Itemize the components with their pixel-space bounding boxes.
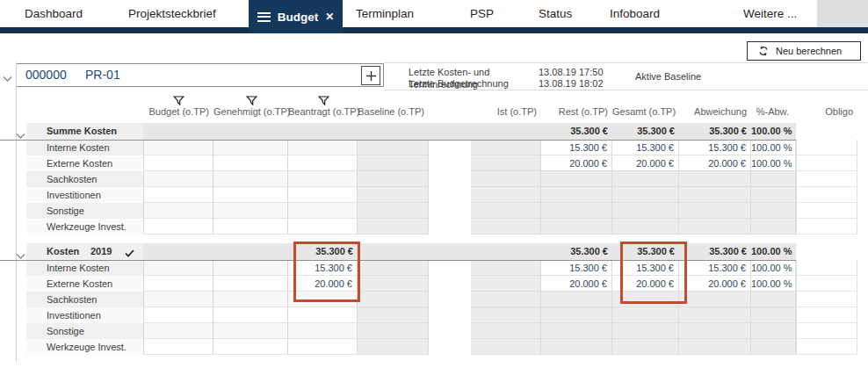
table-row[interactable]: Externe Kosten20.000 €20.000 €20.000 €10… bbox=[26, 155, 857, 171]
tab-terminplan[interactable]: Terminplan bbox=[356, 0, 414, 27]
section-total-cell bbox=[358, 243, 429, 260]
cell-abweichung bbox=[679, 323, 751, 339]
cell-ist bbox=[471, 140, 541, 155]
add-button[interactable] bbox=[361, 66, 380, 85]
section-divider bbox=[0, 260, 796, 261]
table-row[interactable]: Investitionen bbox=[26, 307, 857, 323]
section-total-cell bbox=[429, 243, 471, 260]
cell-rest bbox=[541, 323, 612, 339]
cell-beantragt[interactable] bbox=[288, 155, 358, 171]
cell-genehmigt[interactable] bbox=[213, 307, 288, 323]
cell-budget[interactable] bbox=[143, 276, 213, 292]
cell-genehmigt[interactable] bbox=[213, 276, 288, 292]
section-header-row[interactable]: Kosten201935.300 €35.300 €35.300 €35.300… bbox=[26, 243, 857, 260]
cell-beantragt[interactable] bbox=[288, 171, 358, 187]
cell-budget[interactable] bbox=[143, 155, 213, 171]
tab-infoboard[interactable]: Infoboard bbox=[610, 0, 660, 27]
cell-gesamt bbox=[612, 203, 679, 219]
cell-genehmigt[interactable] bbox=[213, 292, 288, 307]
active-baseline-status: Aktive Baseline bbox=[635, 71, 701, 82]
cell-genehmigt[interactable] bbox=[213, 219, 288, 235]
cell-budget[interactable] bbox=[143, 292, 213, 307]
cell-genehmigt[interactable] bbox=[213, 171, 288, 187]
cell-rest bbox=[541, 307, 612, 323]
cell-abweichung: 15.300 € bbox=[679, 260, 751, 276]
table-row[interactable]: Werkzeuge Invest. bbox=[26, 219, 857, 235]
table-row[interactable]: Interne Kosten15.300 €15.300 €15.300 €10… bbox=[26, 140, 857, 155]
project-header[interactable]: 000000 PR-01 bbox=[16, 63, 384, 87]
column-gap bbox=[429, 307, 471, 323]
cell-genehmigt[interactable] bbox=[213, 155, 288, 171]
cell-genehmigt[interactable] bbox=[213, 323, 288, 339]
refresh-icon bbox=[757, 45, 770, 57]
tab-projektsteckbrief[interactable]: Projektsteckbrief bbox=[128, 0, 216, 27]
row-label: Sachkosten bbox=[26, 292, 143, 307]
section-total-cell: 100.00 % bbox=[751, 243, 796, 260]
table-row[interactable]: Interne Kosten15.300 €15.300 €15.300 €15… bbox=[26, 260, 857, 276]
cell-genehmigt[interactable] bbox=[213, 187, 288, 203]
table-row[interactable]: Investitionen bbox=[26, 187, 857, 203]
row-label: Sachkosten bbox=[26, 171, 143, 187]
close-tab-icon[interactable]: ✕ bbox=[325, 11, 334, 23]
cell-ist bbox=[471, 203, 541, 219]
section-header-row[interactable]: Summe Kosten35.300 €35.300 €35.300 €100.… bbox=[26, 123, 857, 140]
cell-budget[interactable] bbox=[143, 187, 213, 203]
table-row[interactable]: Externe Kosten20.000 €20.000 €20.000 €20… bbox=[26, 276, 857, 292]
cell-genehmigt[interactable] bbox=[213, 339, 288, 355]
budget-app-window: Dashboard Projektsteckbrief Budget ✕ Ter… bbox=[0, 0, 868, 368]
tab-psp[interactable]: PSP bbox=[470, 0, 494, 27]
section-chevron-down-icon[interactable] bbox=[16, 248, 25, 263]
section-total-cell bbox=[796, 123, 857, 140]
cell-beantragt[interactable] bbox=[288, 339, 358, 355]
cell-budget[interactable] bbox=[143, 260, 213, 276]
cell-genehmigt[interactable] bbox=[213, 140, 288, 155]
table-row[interactable]: Sonstige bbox=[26, 323, 857, 339]
tab-budget[interactable]: Budget ✕ bbox=[249, 0, 343, 33]
cell-budget[interactable] bbox=[143, 219, 213, 235]
cell-gesamt: 20.000 € bbox=[612, 155, 679, 171]
cell-beantragt[interactable] bbox=[288, 219, 358, 235]
tab-status[interactable]: Status bbox=[539, 0, 572, 27]
row-label: Werkzeuge Invest. bbox=[26, 339, 143, 355]
table-row[interactable]: Sonstige bbox=[26, 203, 857, 219]
cell-budget[interactable] bbox=[143, 171, 213, 187]
table-row[interactable]: Sachkosten bbox=[26, 171, 857, 187]
section-total-cell bbox=[213, 243, 288, 260]
cell-beantragt[interactable] bbox=[288, 292, 358, 307]
cell-beantragt[interactable]: 20.000 € bbox=[288, 276, 358, 292]
tab-weitere[interactable]: Weitere ... bbox=[743, 0, 797, 27]
column-header-pabw: %-Abw. bbox=[751, 106, 796, 117]
project-chevron-down-icon[interactable] bbox=[3, 70, 12, 86]
cell-beantragt[interactable] bbox=[288, 187, 358, 203]
cell-budget[interactable] bbox=[143, 140, 213, 155]
column-gap bbox=[429, 276, 471, 292]
cell-beantragt[interactable] bbox=[288, 323, 358, 339]
cell-gesamt bbox=[612, 339, 679, 355]
table-row[interactable]: Werkzeuge Invest. bbox=[26, 339, 857, 355]
cell-genehmigt[interactable] bbox=[213, 260, 288, 276]
section-total-cell bbox=[213, 123, 288, 140]
cell-budget[interactable] bbox=[143, 323, 213, 339]
filter-icon[interactable] bbox=[173, 96, 184, 105]
recalculate-button[interactable]: Neu berechnen bbox=[747, 41, 861, 61]
calculation-info: Letzte Kosten- und Terminrechnung 13.08.… bbox=[384, 62, 868, 90]
cell-beantragt[interactable] bbox=[288, 307, 358, 323]
cell-budget[interactable] bbox=[143, 307, 213, 323]
cell-budget[interactable] bbox=[143, 203, 213, 219]
cell-pabw bbox=[751, 187, 796, 203]
filter-icon[interactable] bbox=[318, 96, 329, 105]
cell-rest bbox=[541, 292, 612, 307]
row-label: Sonstige bbox=[26, 203, 143, 219]
cell-beantragt[interactable]: 15.300 € bbox=[288, 260, 358, 276]
filter-icon[interactable] bbox=[246, 96, 257, 105]
cell-budget[interactable] bbox=[143, 339, 213, 355]
cell-beantragt[interactable] bbox=[288, 140, 358, 155]
tab-dashboard[interactable]: Dashboard bbox=[25, 0, 83, 27]
cell-genehmigt[interactable] bbox=[213, 203, 288, 219]
cell-baseline bbox=[358, 155, 429, 171]
hamburger-icon[interactable] bbox=[257, 10, 271, 24]
section-chevron-down-icon[interactable] bbox=[16, 127, 25, 143]
table-row[interactable]: Sachkosten bbox=[26, 292, 857, 307]
cell-beantragt[interactable] bbox=[288, 203, 358, 219]
cell-baseline bbox=[358, 339, 429, 355]
